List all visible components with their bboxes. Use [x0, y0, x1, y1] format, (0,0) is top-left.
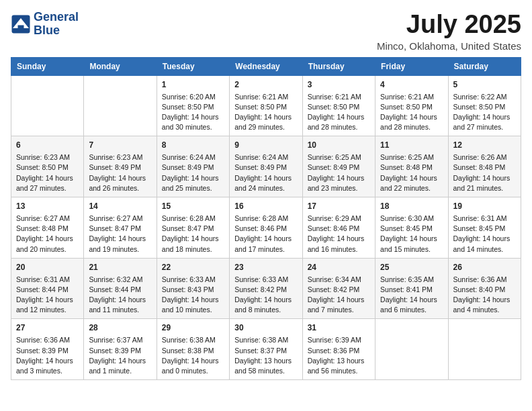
- calendar-cell: 27Sunrise: 6:36 AM Sunset: 8:39 PM Dayli…: [11, 319, 84, 380]
- day-info: Sunrise: 6:23 AM Sunset: 8:50 PM Dayligh…: [16, 152, 79, 193]
- day-info: Sunrise: 6:38 AM Sunset: 8:37 PM Dayligh…: [234, 335, 297, 376]
- svg-rect-2: [18, 25, 24, 29]
- calendar-cell: 30Sunrise: 6:38 AM Sunset: 8:37 PM Dayli…: [230, 319, 302, 380]
- weekday-header-sunday: Sunday: [11, 57, 84, 75]
- calendar-cell: [84, 75, 157, 136]
- day-info: Sunrise: 6:30 AM Sunset: 8:45 PM Dayligh…: [380, 214, 443, 255]
- calendar-cell: [375, 319, 448, 380]
- day-number: 24: [308, 262, 370, 273]
- day-info: Sunrise: 6:33 AM Sunset: 8:43 PM Dayligh…: [162, 275, 224, 316]
- calendar-cell: 3Sunrise: 6:21 AM Sunset: 8:50 PM Daylig…: [302, 75, 375, 136]
- day-number: 6: [16, 140, 79, 151]
- day-info: Sunrise: 6:33 AM Sunset: 8:42 PM Dayligh…: [234, 275, 297, 316]
- day-number: 20: [16, 262, 79, 273]
- day-number: 13: [16, 201, 79, 212]
- day-number: 7: [89, 140, 151, 151]
- calendar-cell: 4Sunrise: 6:21 AM Sunset: 8:50 PM Daylig…: [375, 75, 448, 136]
- logo-icon: [11, 14, 31, 34]
- calendar-week-row: 20Sunrise: 6:31 AM Sunset: 8:44 PM Dayli…: [11, 258, 521, 319]
- page-header: General Blue July 2025 Minco, Oklahoma, …: [11, 11, 521, 52]
- month-year-title: July 2025: [377, 11, 521, 39]
- calendar-cell: 13Sunrise: 6:27 AM Sunset: 8:48 PM Dayli…: [11, 197, 84, 259]
- day-number: 4: [380, 79, 443, 91]
- day-number: 23: [234, 262, 297, 273]
- calendar-cell: 1Sunrise: 6:20 AM Sunset: 8:50 PM Daylig…: [157, 75, 229, 136]
- calendar-header: SundayMondayTuesdayWednesdayThursdayFrid…: [11, 57, 521, 75]
- day-number: 27: [16, 322, 79, 334]
- calendar-cell: 19Sunrise: 6:31 AM Sunset: 8:45 PM Dayli…: [448, 197, 521, 259]
- day-info: Sunrise: 6:27 AM Sunset: 8:47 PM Dayligh…: [89, 214, 151, 255]
- day-number: 25: [380, 262, 443, 273]
- calendar-week-row: 1Sunrise: 6:20 AM Sunset: 8:50 PM Daylig…: [11, 75, 521, 136]
- calendar-cell: 8Sunrise: 6:24 AM Sunset: 8:49 PM Daylig…: [157, 136, 229, 197]
- day-info: Sunrise: 6:25 AM Sunset: 8:48 PM Dayligh…: [380, 152, 443, 193]
- calendar-body: 1Sunrise: 6:20 AM Sunset: 8:50 PM Daylig…: [11, 75, 521, 379]
- day-info: Sunrise: 6:32 AM Sunset: 8:44 PM Dayligh…: [89, 275, 151, 316]
- calendar-table: SundayMondayTuesdayWednesdayThursdayFrid…: [11, 57, 521, 380]
- weekday-header-friday: Friday: [375, 57, 448, 75]
- day-number: 30: [234, 322, 297, 334]
- location-label: Minco, Oklahoma, United States: [377, 40, 521, 52]
- day-info: Sunrise: 6:23 AM Sunset: 8:49 PM Dayligh…: [89, 152, 151, 193]
- calendar-cell: 11Sunrise: 6:25 AM Sunset: 8:48 PM Dayli…: [375, 136, 448, 197]
- day-info: Sunrise: 6:39 AM Sunset: 8:36 PM Dayligh…: [308, 335, 370, 376]
- calendar-cell: [11, 75, 84, 136]
- calendar-cell: 5Sunrise: 6:22 AM Sunset: 8:50 PM Daylig…: [448, 75, 521, 136]
- day-info: Sunrise: 6:27 AM Sunset: 8:48 PM Dayligh…: [16, 214, 79, 255]
- calendar-cell: 10Sunrise: 6:25 AM Sunset: 8:49 PM Dayli…: [302, 136, 375, 197]
- day-number: 22: [162, 262, 224, 273]
- calendar-cell: 24Sunrise: 6:34 AM Sunset: 8:42 PM Dayli…: [302, 258, 375, 319]
- weekday-header-row: SundayMondayTuesdayWednesdayThursdayFrid…: [11, 57, 521, 75]
- calendar-cell: [448, 319, 521, 380]
- weekday-header-monday: Monday: [84, 57, 157, 75]
- day-info: Sunrise: 6:35 AM Sunset: 8:41 PM Dayligh…: [380, 275, 443, 316]
- day-info: Sunrise: 6:37 AM Sunset: 8:39 PM Dayligh…: [89, 335, 151, 376]
- day-info: Sunrise: 6:31 AM Sunset: 8:45 PM Dayligh…: [453, 214, 516, 255]
- day-number: 8: [162, 140, 224, 151]
- calendar-cell: 18Sunrise: 6:30 AM Sunset: 8:45 PM Dayli…: [375, 197, 448, 259]
- day-info: Sunrise: 6:24 AM Sunset: 8:49 PM Dayligh…: [234, 152, 297, 193]
- day-number: 16: [234, 201, 297, 212]
- logo-text: General Blue: [34, 11, 79, 38]
- day-info: Sunrise: 6:26 AM Sunset: 8:48 PM Dayligh…: [453, 152, 516, 193]
- day-number: 5: [453, 79, 516, 91]
- day-number: 11: [380, 140, 443, 151]
- calendar-cell: 16Sunrise: 6:28 AM Sunset: 8:46 PM Dayli…: [230, 197, 302, 259]
- day-info: Sunrise: 6:25 AM Sunset: 8:49 PM Dayligh…: [308, 152, 370, 193]
- calendar-cell: 22Sunrise: 6:33 AM Sunset: 8:43 PM Dayli…: [157, 258, 229, 319]
- calendar-cell: 31Sunrise: 6:39 AM Sunset: 8:36 PM Dayli…: [302, 319, 375, 380]
- day-number: 12: [453, 140, 516, 151]
- calendar-cell: 21Sunrise: 6:32 AM Sunset: 8:44 PM Dayli…: [84, 258, 157, 319]
- day-number: 10: [308, 140, 370, 151]
- day-info: Sunrise: 6:21 AM Sunset: 8:50 PM Dayligh…: [308, 92, 370, 133]
- day-number: 21: [89, 262, 151, 273]
- day-info: Sunrise: 6:38 AM Sunset: 8:38 PM Dayligh…: [162, 335, 224, 376]
- day-info: Sunrise: 6:36 AM Sunset: 8:40 PM Dayligh…: [453, 275, 516, 316]
- day-info: Sunrise: 6:21 AM Sunset: 8:50 PM Dayligh…: [380, 92, 443, 133]
- weekday-header-tuesday: Tuesday: [157, 57, 229, 75]
- day-number: 1: [162, 79, 224, 91]
- calendar-cell: 6Sunrise: 6:23 AM Sunset: 8:50 PM Daylig…: [11, 136, 84, 197]
- calendar-week-row: 27Sunrise: 6:36 AM Sunset: 8:39 PM Dayli…: [11, 319, 521, 380]
- day-info: Sunrise: 6:20 AM Sunset: 8:50 PM Dayligh…: [162, 92, 224, 133]
- calendar-cell: 20Sunrise: 6:31 AM Sunset: 8:44 PM Dayli…: [11, 258, 84, 319]
- calendar-cell: 26Sunrise: 6:36 AM Sunset: 8:40 PM Dayli…: [448, 258, 521, 319]
- day-number: 19: [453, 201, 516, 212]
- calendar-cell: 23Sunrise: 6:33 AM Sunset: 8:42 PM Dayli…: [230, 258, 302, 319]
- day-info: Sunrise: 6:34 AM Sunset: 8:42 PM Dayligh…: [308, 275, 370, 316]
- calendar-cell: 29Sunrise: 6:38 AM Sunset: 8:38 PM Dayli…: [157, 319, 229, 380]
- day-info: Sunrise: 6:36 AM Sunset: 8:39 PM Dayligh…: [16, 335, 79, 376]
- day-number: 2: [234, 79, 297, 91]
- day-number: 15: [162, 201, 224, 212]
- weekday-header-saturday: Saturday: [448, 57, 521, 75]
- day-info: Sunrise: 6:31 AM Sunset: 8:44 PM Dayligh…: [16, 275, 79, 316]
- day-number: 18: [380, 201, 443, 212]
- calendar-cell: 7Sunrise: 6:23 AM Sunset: 8:49 PM Daylig…: [84, 136, 157, 197]
- weekday-header-wednesday: Wednesday: [230, 57, 302, 75]
- calendar-cell: 9Sunrise: 6:24 AM Sunset: 8:49 PM Daylig…: [230, 136, 302, 197]
- calendar-week-row: 13Sunrise: 6:27 AM Sunset: 8:48 PM Dayli…: [11, 197, 521, 259]
- day-info: Sunrise: 6:22 AM Sunset: 8:50 PM Dayligh…: [453, 92, 516, 133]
- calendar-week-row: 6Sunrise: 6:23 AM Sunset: 8:50 PM Daylig…: [11, 136, 521, 197]
- day-number: 29: [162, 322, 224, 334]
- day-number: 3: [308, 79, 370, 91]
